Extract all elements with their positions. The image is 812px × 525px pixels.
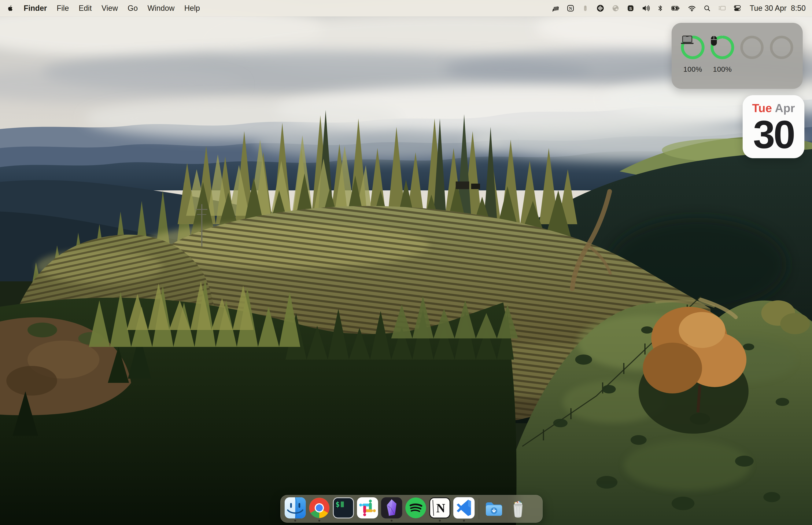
battery-percent-macbook: 100%	[684, 65, 702, 74]
dock-notion-icon[interactable]: N	[429, 495, 451, 523]
battery-slot-macbook: 100%	[680, 35, 705, 74]
dock-terminal-icon[interactable]: $	[333, 495, 354, 523]
battery-slot-mouse: 100%	[710, 35, 735, 74]
running-indicator	[391, 520, 393, 522]
menu-item-view[interactable]: View	[102, 4, 118, 13]
menu-app-name[interactable]: Finder	[24, 4, 47, 13]
dock-spotify-icon[interactable]	[405, 495, 427, 523]
battery-percent-mouse: 100%	[713, 65, 732, 74]
dock-vscode-icon[interactable]	[453, 495, 475, 523]
calendar-day-number: 30	[742, 115, 805, 154]
dock-separator	[479, 498, 479, 519]
dock-trash-icon[interactable]	[507, 495, 529, 523]
svg-text:$: $	[336, 500, 340, 509]
menu-item-edit[interactable]: Edit	[79, 4, 92, 13]
hatched-brush-icon[interactable]	[551, 4, 560, 13]
laptop-icon	[680, 35, 705, 60]
apple-menu-icon[interactable]	[6, 4, 14, 13]
calendar-widget[interactable]: TueApr 30	[742, 95, 805, 158]
svg-text:N: N	[436, 501, 445, 515]
menu-item-window[interactable]: Window	[148, 4, 175, 13]
menu-bar-status-area: N	[551, 4, 806, 13]
menu-item-go[interactable]: Go	[127, 4, 138, 13]
menu-bar-clock[interactable]: Tue 30 Apr 8:50	[750, 4, 806, 13]
running-indicator	[439, 520, 441, 522]
s-app-icon[interactable]: S	[626, 4, 635, 13]
svg-text:S: S	[629, 6, 632, 11]
control-center-icon[interactable]	[733, 4, 742, 13]
menu-bar: Finder File Edit View Go Window Help N	[0, 0, 812, 16]
spotlight-icon[interactable]	[703, 4, 711, 13]
battery-ring-active	[680, 35, 705, 60]
menu-item-help[interactable]: Help	[184, 4, 200, 13]
dock-obsidian-icon[interactable]	[381, 495, 403, 523]
battery-slot-empty	[740, 35, 764, 74]
audio-waveform-icon[interactable]	[596, 4, 605, 13]
batteries-widget[interactable]: 100% 100%	[672, 23, 803, 89]
battery-ring-active	[710, 35, 735, 60]
battery-charging-icon[interactable]	[670, 4, 681, 13]
bluetooth-icon[interactable]	[657, 4, 664, 13]
svg-text:N: N	[569, 6, 572, 11]
battery-slot-empty	[769, 35, 794, 74]
dock-finder-icon[interactable]	[284, 495, 306, 523]
battery-ring-inactive	[740, 35, 764, 60]
dock-downloads-folder-icon[interactable]	[483, 495, 505, 523]
menu-bar-left: Finder File Edit View Go Window Help	[6, 4, 200, 13]
screen-mirroring-icon[interactable]	[718, 4, 727, 13]
volume-icon[interactable]	[641, 4, 650, 13]
running-indicator	[294, 520, 296, 522]
battery-ring-inactive	[769, 35, 794, 60]
dock-chrome-icon[interactable]	[308, 495, 330, 523]
mouse-icon	[710, 35, 735, 60]
dock: $	[280, 495, 542, 523]
mouse-battery-icon[interactable]	[581, 4, 589, 13]
running-indicator	[319, 520, 320, 522]
notion-status-icon[interactable]: N	[566, 4, 575, 13]
running-indicator	[463, 520, 465, 522]
menu-item-file[interactable]: File	[57, 4, 69, 13]
dock-slack-icon[interactable]	[356, 495, 379, 523]
globe-icon[interactable]	[611, 4, 620, 13]
calendar-header: TueApr	[742, 102, 805, 114]
wifi-icon[interactable]	[687, 4, 697, 13]
